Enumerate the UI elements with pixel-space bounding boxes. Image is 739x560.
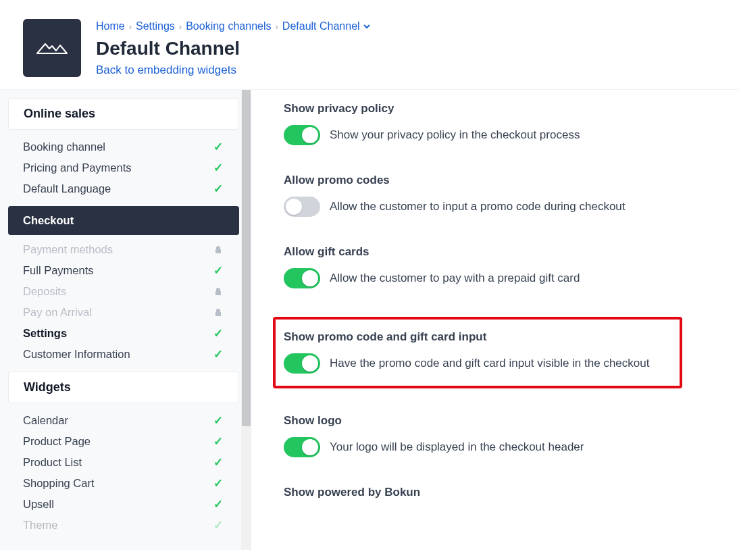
sidebar-item-label: Booking channel bbox=[23, 141, 105, 153]
setting-privacy-policy: Show privacy policy Show your privacy po… bbox=[284, 102, 719, 145]
page-title: Default Channel bbox=[96, 38, 371, 59]
setting-allow-gift-cards: Allow gift cards Allow the customer to p… bbox=[284, 245, 719, 288]
lock-icon bbox=[212, 244, 224, 256]
breadcrumb-current[interactable]: Default Channel bbox=[282, 20, 371, 32]
chevron-right-icon: › bbox=[276, 22, 278, 32]
setting-allow-promo-codes: Allow promo codes Allow the customer to … bbox=[284, 174, 719, 217]
breadcrumb-booking-channels[interactable]: Booking channels bbox=[186, 20, 271, 32]
setting-promo-gift-input-highlight: Show promo code and gift card input Have… bbox=[273, 317, 682, 388]
check-icon: ✓ bbox=[212, 478, 224, 490]
sidebar-item-label: Checkout bbox=[23, 214, 74, 227]
page-header: Home › Settings › Booking channels › Def… bbox=[0, 0, 739, 90]
sidebar-item-customer-information[interactable]: Customer Information ✓ bbox=[8, 344, 239, 365]
check-icon: ✓ bbox=[212, 349, 224, 361]
sidebar-item-booking-channel[interactable]: Booking channel ✓ bbox=[8, 136, 239, 157]
setting-desc: Allow the customer to pay with a prepaid… bbox=[330, 272, 580, 285]
check-icon: ✓ bbox=[212, 415, 224, 427]
check-icon: ✓ bbox=[212, 436, 224, 448]
setting-title: Show promo code and gift card input bbox=[284, 330, 671, 344]
lock-icon bbox=[212, 286, 224, 298]
breadcrumb-settings[interactable]: Settings bbox=[136, 20, 175, 32]
toggle-allow-promo-codes[interactable] bbox=[284, 197, 320, 217]
sidebar-item-label: Theme bbox=[23, 519, 57, 532]
channel-logo bbox=[23, 19, 81, 77]
sidebar-item-product-page[interactable]: Product Page ✓ bbox=[8, 431, 239, 452]
sidebar-item-pricing-payments[interactable]: Pricing and Payments ✓ bbox=[8, 157, 239, 178]
breadcrumb: Home › Settings › Booking channels › Def… bbox=[96, 20, 371, 32]
sidebar-group-widgets[interactable]: Widgets bbox=[8, 372, 239, 403]
scrollbar-thumb[interactable] bbox=[242, 90, 251, 426]
sidebar-item-shopping-cart[interactable]: Shopping Cart ✓ bbox=[8, 473, 239, 494]
chevron-down-icon bbox=[363, 22, 371, 30]
sidebar-item-label: Pricing and Payments bbox=[23, 161, 132, 174]
setting-desc: Have the promo code and gift card input … bbox=[330, 357, 649, 370]
check-icon: ✓ bbox=[212, 457, 224, 469]
sidebar-item-calendar[interactable]: Calendar ✓ bbox=[8, 410, 239, 431]
sidebar-item-full-payments[interactable]: Full Payments ✓ bbox=[8, 260, 239, 281]
setting-desc: Allow the customer to input a promo code… bbox=[330, 200, 626, 213]
check-icon: ✓ bbox=[212, 328, 224, 340]
mountain-icon bbox=[36, 40, 68, 56]
sidebar-item-theme[interactable]: Theme ✓ bbox=[8, 515, 239, 536]
sidebar-item-label: Product List bbox=[23, 456, 82, 469]
toggle-privacy-policy[interactable] bbox=[284, 125, 320, 145]
setting-title: Show privacy policy bbox=[284, 102, 719, 116]
check-icon: ✓ bbox=[212, 183, 224, 195]
sidebar-item-label: Customer Information bbox=[23, 348, 130, 361]
check-icon: ✓ bbox=[212, 162, 224, 174]
toggle-allow-gift-cards[interactable] bbox=[284, 268, 320, 288]
chevron-right-icon: › bbox=[179, 22, 182, 32]
scrollbar-track[interactable] bbox=[241, 90, 251, 550]
check-icon: ✓ bbox=[212, 499, 224, 511]
setting-powered-by-bokun: Show powered by Bokun bbox=[284, 486, 719, 499]
sidebar-group-online-sales[interactable]: Online sales bbox=[8, 98, 239, 130]
setting-title: Show logo bbox=[284, 414, 719, 428]
settings-panel: Show privacy policy Show your privacy po… bbox=[251, 90, 739, 550]
sidebar-item-deposits[interactable]: Deposits bbox=[8, 281, 239, 302]
check-icon: ✓ bbox=[212, 265, 224, 277]
setting-desc: Your logo will be displayed in the check… bbox=[330, 440, 584, 454]
setting-title: Show powered by Bokun bbox=[284, 486, 719, 499]
lock-icon bbox=[212, 307, 224, 319]
sidebar-item-label: Pay on Arrival bbox=[23, 306, 92, 319]
setting-title: Allow gift cards bbox=[284, 245, 719, 259]
check-icon: ✓ bbox=[212, 141, 224, 153]
sidebar-item-label: Deposits bbox=[23, 285, 66, 298]
check-icon: ✓ bbox=[212, 519, 224, 532]
sidebar-item-upsell[interactable]: Upsell ✓ bbox=[8, 494, 239, 515]
sidebar-item-label: Default Language bbox=[23, 182, 111, 195]
sidebar-item-label: Full Payments bbox=[23, 264, 94, 277]
settings-sidebar: Online sales Booking channel ✓ Pricing a… bbox=[0, 90, 251, 550]
sidebar-item-label: Calendar bbox=[23, 414, 68, 427]
sidebar-item-pay-on-arrival[interactable]: Pay on Arrival bbox=[8, 302, 239, 323]
sidebar-item-label: Payment methods bbox=[23, 243, 113, 256]
back-link[interactable]: Back to embedding widgets bbox=[96, 63, 236, 76]
breadcrumb-home[interactable]: Home bbox=[96, 20, 125, 32]
sidebar-item-label: Shopping Cart bbox=[23, 477, 95, 490]
sidebar-group-checkout[interactable]: Checkout bbox=[8, 206, 239, 235]
chevron-right-icon: › bbox=[129, 22, 132, 32]
toggle-show-logo[interactable] bbox=[284, 437, 320, 457]
sidebar-item-default-language[interactable]: Default Language ✓ bbox=[8, 178, 239, 199]
setting-title: Allow promo codes bbox=[284, 174, 719, 187]
sidebar-item-label: Settings bbox=[23, 327, 67, 340]
sidebar-item-label: Upsell bbox=[23, 498, 54, 511]
breadcrumb-current-label: Default Channel bbox=[282, 20, 360, 32]
setting-show-logo: Show logo Your logo will be displayed in… bbox=[284, 414, 719, 457]
sidebar-item-settings[interactable]: Settings ✓ bbox=[8, 323, 239, 344]
sidebar-item-product-list[interactable]: Product List ✓ bbox=[8, 452, 239, 473]
toggle-promo-gift-input[interactable] bbox=[284, 353, 320, 374]
sidebar-item-payment-methods[interactable]: Payment methods bbox=[8, 239, 239, 260]
setting-desc: Show your privacy policy in the checkout… bbox=[330, 128, 580, 142]
sidebar-item-label: Product Page bbox=[23, 435, 91, 448]
